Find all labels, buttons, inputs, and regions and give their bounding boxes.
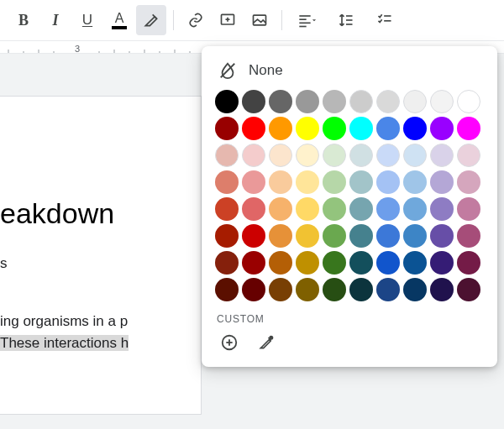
color-swatch[interactable] [403,144,427,167]
color-swatch[interactable] [269,251,292,275]
color-swatch[interactable] [430,144,454,167]
color-swatch[interactable] [242,251,265,275]
insert-comment-button[interactable] [213,5,243,35]
italic-button[interactable]: I [40,5,71,35]
color-swatch[interactable] [215,251,239,275]
page-subtitle: s [0,255,201,272]
color-swatch[interactable] [323,251,346,275]
color-swatch[interactable] [296,224,319,248]
color-swatch[interactable] [296,117,319,140]
color-swatch[interactable] [403,224,427,248]
color-swatch[interactable] [403,251,427,275]
color-swatch[interactable] [269,224,292,248]
color-swatch[interactable] [430,90,454,113]
color-swatch[interactable] [349,197,373,221]
color-swatch[interactable] [323,144,346,167]
color-swatch[interactable] [323,90,346,113]
color-swatch[interactable] [296,278,319,301]
color-swatch[interactable] [323,117,346,140]
color-swatch[interactable] [242,278,265,301]
color-swatch[interactable] [403,278,427,301]
color-swatch[interactable] [430,278,454,301]
color-swatch[interactable] [403,197,427,221]
checklist-button[interactable] [366,5,403,35]
color-swatch[interactable] [349,170,373,194]
color-swatch[interactable] [296,90,319,113]
color-swatch[interactable] [242,170,265,194]
color-swatch[interactable] [403,90,427,113]
color-swatch[interactable] [242,197,265,221]
line-spacing-button[interactable] [328,5,365,35]
color-swatch[interactable] [269,278,292,301]
color-swatch[interactable] [457,197,480,221]
color-swatch[interactable] [296,251,319,275]
color-swatch[interactable] [457,117,480,140]
add-custom-color-button[interactable] [218,332,240,353]
color-swatch[interactable] [376,170,400,194]
color-none-option[interactable]: None [215,58,484,90]
formatting-toolbar: B I U A [0,0,504,40]
ruler-number: 3 [75,44,80,53]
color-swatch[interactable] [376,197,400,221]
color-swatch[interactable] [457,144,480,167]
color-swatch[interactable] [242,144,265,167]
color-swatch[interactable] [349,278,373,301]
color-swatch[interactable] [215,197,239,221]
color-swatch[interactable] [242,117,265,140]
color-swatch[interactable] [269,144,292,167]
color-swatch[interactable] [430,251,454,275]
bold-button[interactable]: B [8,5,39,35]
underline-button[interactable]: U [72,5,102,35]
color-swatch[interactable] [349,117,373,140]
color-swatch[interactable] [430,224,454,248]
insert-link-button[interactable] [181,5,211,35]
color-swatch[interactable] [376,251,400,275]
color-swatch[interactable] [242,224,265,248]
insert-image-button[interactable] [244,5,275,35]
color-swatch[interactable] [457,278,480,301]
color-swatch[interactable] [269,197,292,221]
color-swatch[interactable] [269,170,292,194]
color-swatch[interactable] [457,170,480,194]
text-color-button[interactable]: A [104,5,134,35]
color-swatch[interactable] [376,117,400,140]
color-swatch[interactable] [215,170,239,194]
color-swatch[interactable] [403,170,427,194]
color-swatch[interactable] [323,197,346,221]
color-swatch[interactable] [457,251,480,275]
color-swatch[interactable] [349,251,373,275]
bold-label: B [18,12,29,29]
document-page[interactable]: eakdown s ing organisms in a p These int… [0,96,202,415]
color-swatch[interactable] [457,224,480,248]
color-swatch[interactable] [269,90,292,113]
eyedropper-button[interactable] [255,332,277,353]
color-swatch[interactable] [242,90,265,113]
color-swatch[interactable] [376,90,400,113]
body-line-1: ing organisms in a p [0,313,128,329]
color-swatch[interactable] [269,117,292,140]
color-swatch[interactable] [376,224,400,248]
color-swatch[interactable] [215,278,239,301]
color-swatch[interactable] [323,278,346,301]
color-swatch[interactable] [323,224,346,248]
color-swatch[interactable] [215,117,239,140]
align-button[interactable] [289,5,326,35]
color-swatch[interactable] [323,170,346,194]
color-swatch[interactable] [430,117,454,140]
color-swatch[interactable] [296,144,319,167]
color-swatch[interactable] [296,170,319,194]
color-swatch[interactable] [215,224,239,248]
color-swatch[interactable] [349,144,373,167]
color-swatch[interactable] [349,90,373,113]
color-swatch[interactable] [215,90,239,113]
color-swatch[interactable] [430,197,454,221]
highlight-color-button[interactable] [136,5,166,35]
color-swatch[interactable] [215,144,239,167]
color-swatch[interactable] [430,170,454,194]
color-swatch[interactable] [403,117,427,140]
color-swatch[interactable] [349,224,373,248]
color-swatch[interactable] [457,90,480,113]
color-swatch[interactable] [376,278,400,301]
color-swatch[interactable] [376,144,400,167]
color-swatch[interactable] [296,197,319,221]
